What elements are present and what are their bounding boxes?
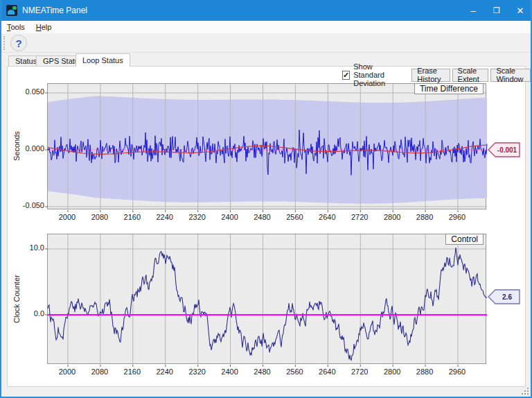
- x-tick-label: 2480: [248, 367, 277, 376]
- chart-controls: ✓ Show Standard Deviation Erase History …: [342, 68, 531, 82]
- x-tick-label: 2400: [215, 367, 245, 376]
- x-tick-label: 2640: [312, 367, 342, 376]
- window-controls: – ❒ ✕: [461, 0, 532, 21]
- x-tick-label: 2800: [378, 367, 407, 376]
- x-tick-label: 2800: [378, 213, 407, 221]
- y-axis-label-clock-counter: Clock Counter: [11, 234, 22, 364]
- app-icon: [6, 5, 17, 16]
- x-tick-label: 2080: [85, 367, 114, 376]
- y-tick-label: 10.0: [15, 243, 44, 252]
- x-tick-label: 2560: [280, 367, 309, 376]
- scale-extent-button[interactable]: Scale Extent: [452, 69, 489, 82]
- x-tick-label: 2160: [118, 213, 147, 221]
- time-difference-plot: [47, 83, 486, 209]
- x-tick-label: 2080: [85, 213, 114, 221]
- menu-help[interactable]: Help: [30, 21, 57, 33]
- x-tick-label: 2640: [312, 213, 342, 221]
- x-tick-label: 2000: [53, 367, 82, 376]
- y-tick-label: 0.0: [15, 309, 44, 318]
- x-tick-label: 2560: [280, 213, 309, 221]
- x-tick-label: 2240: [150, 213, 179, 221]
- minimize-button[interactable]: –: [461, 0, 485, 21]
- x-tick-label: 2880: [410, 213, 439, 221]
- close-button[interactable]: ✕: [508, 0, 532, 21]
- window-title: NMEATime Panel: [22, 6, 87, 15]
- x-tick-label: 2720: [345, 213, 374, 221]
- menu-bar: Tools Help: [1, 21, 531, 34]
- x-tick-label: 2160: [118, 367, 147, 376]
- scale-window-button[interactable]: Scale Window: [490, 69, 531, 82]
- x-tick-label: 2880: [410, 367, 439, 376]
- tab-loop-status[interactable]: Loop Status: [76, 53, 130, 67]
- current-value-badge-control: 2.6: [488, 289, 521, 304]
- x-tick-label: 2960: [443, 213, 472, 221]
- x-tick-label: 2480: [248, 213, 277, 221]
- help-icon[interactable]: ?: [10, 35, 27, 51]
- x-tick-label: 2320: [183, 367, 212, 376]
- x-tick-label: 2320: [183, 213, 212, 221]
- resize-grip[interactable]: [520, 386, 529, 395]
- toolbar-grip[interactable]: [3, 36, 5, 50]
- chart-title-control: Control: [445, 234, 484, 245]
- x-tick-label: 2960: [443, 367, 472, 376]
- gridlines: [45, 234, 487, 367]
- y-tick-label: 0.000: [15, 144, 44, 153]
- show-std-checkbox[interactable]: ✓: [342, 71, 350, 80]
- control-plot: [47, 234, 486, 364]
- control-signal: [48, 248, 487, 361]
- maximize-button[interactable]: ❒: [485, 0, 508, 21]
- x-tick-label: 2720: [345, 367, 374, 376]
- x-tick-label: 2000: [53, 213, 82, 221]
- x-tick-label: 2240: [150, 367, 179, 376]
- chart-title-time-difference: Time Difference: [414, 83, 484, 94]
- svg-text:-0.001: -0.001: [497, 146, 517, 154]
- show-std-label: Show Standard Deviation: [353, 62, 405, 87]
- current-value-badge-time-difference: -0.001: [488, 142, 521, 157]
- toolbar: ?: [1, 34, 531, 53]
- svg-text:2.6: 2.6: [502, 293, 512, 301]
- x-tick-label: 2400: [215, 213, 245, 221]
- y-tick-label: -0.050: [15, 201, 44, 209]
- control-chart: [48, 234, 487, 365]
- app-window: NMEATime Panel – ❒ ✕ Tools Help ? Status…: [0, 0, 532, 398]
- title-bar[interactable]: NMEATime Panel – ❒ ✕: [0, 0, 532, 21]
- erase-history-button[interactable]: Erase History: [411, 69, 450, 82]
- time-difference-chart: [48, 84, 487, 210]
- y-tick-label: 0.050: [15, 87, 44, 96]
- menu-tools[interactable]: Tools: [1, 21, 30, 33]
